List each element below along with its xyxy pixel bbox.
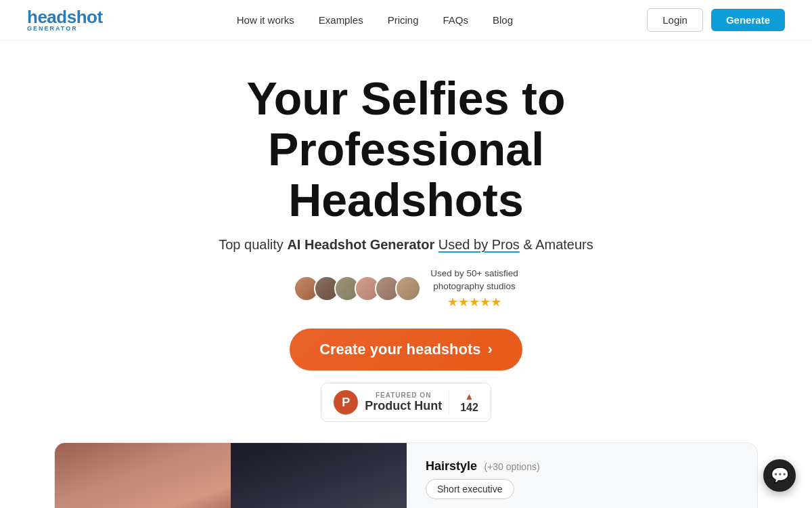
ph-text-block: FEATURED ON Product Hunt bbox=[365, 391, 442, 413]
hero-section: Your Selfies to Professional Headshots T… bbox=[0, 41, 812, 442]
cta-label: Create your headshots bbox=[319, 341, 480, 358]
proof-text-line1: Used by 50+ satisfied bbox=[430, 268, 518, 280]
navbar: headshot GENERATOR How it works Examples… bbox=[0, 0, 812, 41]
proof-text-line2: photography studios bbox=[430, 280, 518, 293]
nav-actions: Login Generate bbox=[647, 8, 785, 32]
hero-subtitle: Top quality AI Headshot Generator Used b… bbox=[219, 237, 593, 253]
nav-how-it-works[interactable]: How it works bbox=[237, 14, 294, 26]
proof-text-block: Used by 50+ satisfied photography studio… bbox=[430, 268, 518, 310]
login-button[interactable]: Login bbox=[647, 8, 703, 32]
star-rating: ★★★★★ bbox=[430, 295, 518, 310]
cta-arrow-icon: › bbox=[488, 341, 493, 358]
before-image: Before bbox=[55, 443, 231, 508]
avatar-group bbox=[294, 276, 421, 301]
social-proof: Used by 50+ satisfied photography studio… bbox=[294, 268, 518, 310]
before-image-bg bbox=[55, 443, 231, 508]
ph-logo-icon: P bbox=[334, 390, 358, 415]
demo-options: Hairstyle (+30 options) Short executive … bbox=[407, 443, 757, 508]
ph-votes: ▲ 142 bbox=[449, 391, 478, 414]
chat-bubble[interactable]: 💬 bbox=[763, 459, 796, 492]
hero-title-line2: Headshots bbox=[288, 174, 524, 226]
nav-links: How it works Examples Pricing FAQs Blog bbox=[237, 14, 513, 26]
hairstyle-title: Hairstyle bbox=[426, 459, 477, 473]
nav-blog[interactable]: Blog bbox=[493, 14, 513, 26]
logo[interactable]: headshot GENERATOR bbox=[27, 8, 103, 32]
nav-examples[interactable]: Examples bbox=[319, 14, 363, 26]
hero-title-line1: Your Selfies to Professional bbox=[246, 72, 565, 175]
hairstyle-tag[interactable]: Short executive bbox=[426, 479, 514, 499]
cta-button[interactable]: Create your headshots › bbox=[290, 329, 522, 371]
generate-button[interactable]: Generate bbox=[711, 9, 785, 31]
hairstyle-count: (+30 options) bbox=[484, 461, 540, 472]
subtitle-prefix: Top quality bbox=[219, 237, 287, 252]
before-after-images: Before After bbox=[55, 443, 407, 508]
subtitle-link[interactable]: Used by Pros bbox=[438, 237, 520, 252]
hero-title: Your Selfies to Professional Headshots bbox=[115, 73, 697, 225]
avatar-6 bbox=[395, 276, 421, 301]
after-image-bg bbox=[231, 443, 407, 508]
ph-upvote-icon: ▲ bbox=[465, 391, 474, 402]
ph-vote-count: 142 bbox=[460, 402, 478, 414]
logo-generator: GENERATOR bbox=[27, 26, 103, 32]
after-image: After bbox=[231, 443, 407, 508]
hairstyle-group: Hairstyle (+30 options) Short executive bbox=[426, 459, 738, 499]
nav-pricing[interactable]: Pricing bbox=[388, 14, 419, 26]
demo-section: Before After Hairstyle (+30 options) Sho… bbox=[54, 442, 758, 508]
subtitle-suffix: & Amateurs bbox=[520, 237, 593, 252]
logo-headshot: headshot bbox=[27, 8, 103, 26]
chat-icon: 💬 bbox=[771, 467, 789, 484]
ph-featured-label: FEATURED ON bbox=[365, 391, 442, 399]
subtitle-bold: AI Headshot Generator bbox=[287, 237, 434, 252]
nav-faqs[interactable]: FAQs bbox=[443, 14, 469, 26]
product-hunt-badge[interactable]: P FEATURED ON Product Hunt ▲ 142 bbox=[321, 383, 491, 422]
ph-name: Product Hunt bbox=[365, 399, 442, 413]
